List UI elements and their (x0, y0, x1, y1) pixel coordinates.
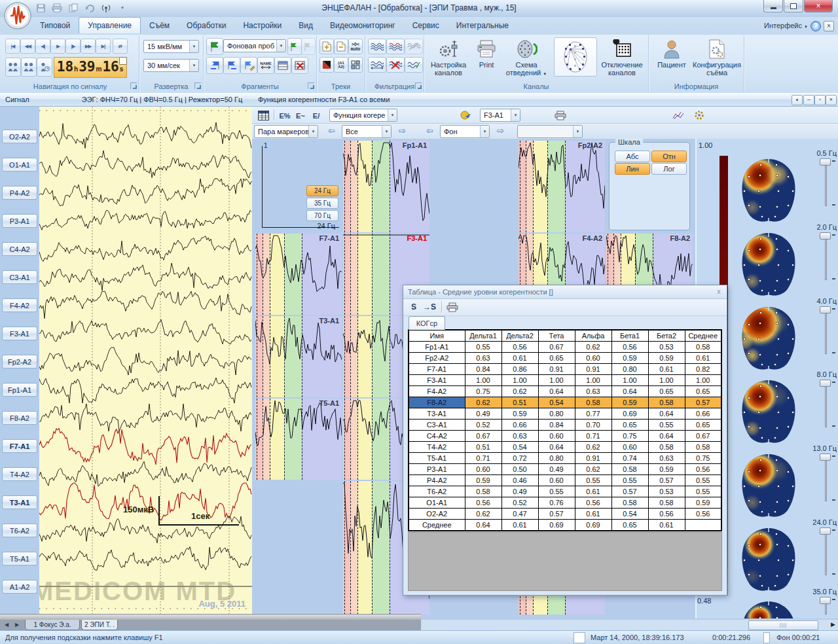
next-state-icon[interactable]: ⇨ (495, 126, 506, 137)
flag-edit-icon[interactable] (240, 57, 257, 74)
row-name[interactable]: T5-A1 (409, 453, 465, 464)
chevron-down-icon[interactable]: ▼ (189, 60, 198, 71)
table-window-titlebar[interactable]: Таблица - Средние уровни когерентности [… (403, 285, 727, 299)
marker-pair-dropdown[interactable]: Пара маркеров▼ (254, 125, 318, 138)
row-name[interactable]: F4-A2 (409, 386, 465, 397)
freq-range-70[interactable]: 70 Гц (306, 210, 338, 221)
invert-track-icon[interactable] (319, 57, 334, 73)
chevron-down-icon[interactable]: ▼ (382, 126, 391, 137)
nav-button-5[interactable]: ▶▶ (81, 39, 96, 54)
table-row-C3-A1[interactable]: C3-A10.520.660.840.700.650.550.65 (409, 420, 721, 431)
row-name[interactable]: O2-A2 (409, 509, 465, 520)
coherence-table-window[interactable]: Таблица - Средние уровни когерентности [… (403, 285, 727, 596)
chevron-down-icon[interactable]: ▼ (388, 109, 397, 121)
menu-tab-Типовой[interactable]: Типовой (31, 17, 79, 33)
freq-slider-thumb[interactable] (820, 454, 831, 461)
freq-slider-thumb[interactable] (820, 158, 831, 166)
disable-channels-button[interactable]: Отключение каналов (597, 37, 647, 84)
table-view-icon[interactable] (256, 109, 270, 122)
channel-label-A1-A2[interactable]: A1-A2 (2, 580, 37, 594)
interface-menu[interactable]: Интерфейс ▼ (764, 22, 808, 29)
close-button[interactable]: × (804, 0, 833, 12)
print-table-icon[interactable] (445, 301, 460, 313)
gain-dropdown[interactable]: 15 мкВ/мм▼ (143, 40, 199, 53)
patient-time-icon[interactable] (37, 58, 52, 77)
freq-slider-thumb[interactable] (820, 232, 831, 240)
auto-zero-icon[interactable]: >0< auto (348, 39, 363, 54)
filter-band-icon[interactable] (368, 57, 386, 73)
freq-slider-track[interactable] (825, 528, 827, 575)
print-button[interactable]: Print (473, 37, 500, 84)
dialog-launcher-icon[interactable] (194, 82, 201, 89)
print-report-icon[interactable] (553, 109, 568, 122)
channel-label-T5-A1[interactable]: T5-A1 (2, 552, 37, 565)
table-row-F4-A2[interactable]: F4-A20.750.620.640.630.640.650.65 (409, 386, 721, 397)
time-display[interactable]: 18h39m16s (54, 57, 127, 78)
dialog-launcher-icon[interactable] (130, 82, 137, 89)
mapping-icon[interactable] (671, 109, 685, 122)
save-table-button[interactable]: S (409, 301, 419, 313)
next-fragment-icon[interactable]: ⇨ (397, 126, 408, 137)
panel-minimize-icon[interactable]: – (803, 95, 814, 105)
freq-range-24[interactable]: 24 Гц (306, 185, 338, 196)
freq-slider-track[interactable] (825, 307, 827, 354)
table-row-P3-A1[interactable]: P3-A10.600.500.490.620.580.590.56 (409, 464, 721, 475)
channel-label-T4-A2[interactable]: T4-A2 (2, 467, 37, 481)
table-row-P4-A2[interactable]: P4-A20.590.460.600.550.550.570.55 (409, 475, 721, 486)
freq-slider-thumb[interactable] (820, 306, 831, 313)
fragment-flag-icon[interactable] (206, 38, 223, 55)
add-track-icon[interactable] (319, 39, 334, 54)
restore-button[interactable] (784, 0, 803, 12)
table-row-O2-A2[interactable]: O2-A20.620.470.570.610.540.560.56 (409, 509, 721, 520)
freq-slider-track[interactable] (825, 380, 827, 427)
dialog-launcher-icon[interactable] (415, 82, 422, 89)
chevron-down-icon[interactable]: ▼ (308, 126, 318, 137)
spectrum-curve-icon[interactable]: E/ (309, 110, 323, 122)
freq-slider-thumb[interactable] (820, 597, 831, 604)
coherence-horizontal-scrollbar[interactable]: |||| ▶ (421, 620, 838, 630)
reference-channel-dropdown[interactable]: F3-A1▼ (480, 109, 520, 122)
analysis-function-dropdown[interactable]: Функция когере▼ (329, 109, 397, 122)
eeg-trace-area[interactable]: MEDICOM MTD Aug, 5 2011 150мкВ 1сек (39, 107, 252, 614)
nav-button-3[interactable]: ▶ (50, 39, 65, 54)
menu-tab-Съём[interactable]: Съём (141, 17, 178, 33)
fragment-delete-icon[interactable] (291, 57, 308, 74)
channel-label-O2-A2[interactable]: O2-A2 (2, 130, 37, 143)
export-table-button[interactable]: →S (422, 301, 437, 313)
menu-tab-Сервис[interactable]: Сервис (404, 17, 448, 33)
empty-dropdown[interactable]: ▼ (517, 125, 583, 138)
coherence-plot-Fp1-A1[interactable]: Fp1-A1 (343, 141, 429, 232)
patient-pair-icon[interactable] (21, 58, 37, 77)
chevron-down-icon[interactable]: ▼ (480, 126, 489, 137)
tabs-next-icon[interactable]: ▶ (12, 621, 22, 629)
row-name[interactable]: T6-A2 (409, 486, 465, 497)
table-tab-kogsr[interactable]: КОГср (409, 316, 445, 330)
page-tab-2[interactable]: 2 ЭПИ Т. . (81, 620, 118, 630)
nav-button-4[interactable]: |▶ (65, 39, 81, 54)
freq-slider-track[interactable] (825, 454, 827, 501)
freq-range-35[interactable]: 35 Гц (306, 198, 338, 209)
table-row-T5-A1[interactable]: T5-A10.710.720.800.910.740.630.75 (409, 453, 721, 464)
signal-horizontal-scrollbar[interactable] (0, 614, 421, 620)
panel-restore-icon[interactable]: ▫ (814, 95, 826, 105)
channel-label-P3-A1[interactable]: P3-A1 (2, 214, 37, 228)
row-name[interactable]: P3-A1 (409, 464, 465, 475)
prev-fragment-icon[interactable]: ⇦ (326, 126, 337, 137)
channel-label-F7-A1[interactable]: F7-A1 (2, 439, 37, 453)
channel-label-C3-A1[interactable]: C3-A1 (2, 270, 37, 284)
chevron-down-icon[interactable]: ▼ (573, 126, 582, 137)
table-row-Среднее[interactable]: Среднее0.640.610.690.690.650.61 (409, 520, 721, 531)
scale-rel-button[interactable]: Отн (651, 151, 687, 162)
rename-marker-icon[interactable]: NAME (257, 57, 274, 74)
row-name[interactable]: P4-A2 (409, 475, 465, 486)
table-row-F7-A1[interactable]: F7-A10.840.860.910.910.800.610.82 (409, 364, 721, 375)
nav-button-7[interactable]: ⇄ (113, 39, 128, 54)
fragment-prev-icon[interactable] (301, 38, 316, 55)
scrollbar-thumb[interactable]: |||| (748, 620, 818, 630)
table-row-Fp2-A2[interactable]: Fp2-A20.630.610.650.600.590.590.61 (409, 353, 721, 364)
scale-log-button[interactable]: Лог (651, 163, 687, 175)
scale-abs-button[interactable]: Абс (615, 151, 650, 162)
fragment-dropdown[interactable]: Фоновая проб▼ (223, 39, 286, 52)
menu-tab-Управление[interactable]: Управление (79, 17, 141, 33)
patient-nav-icon[interactable] (5, 58, 21, 77)
